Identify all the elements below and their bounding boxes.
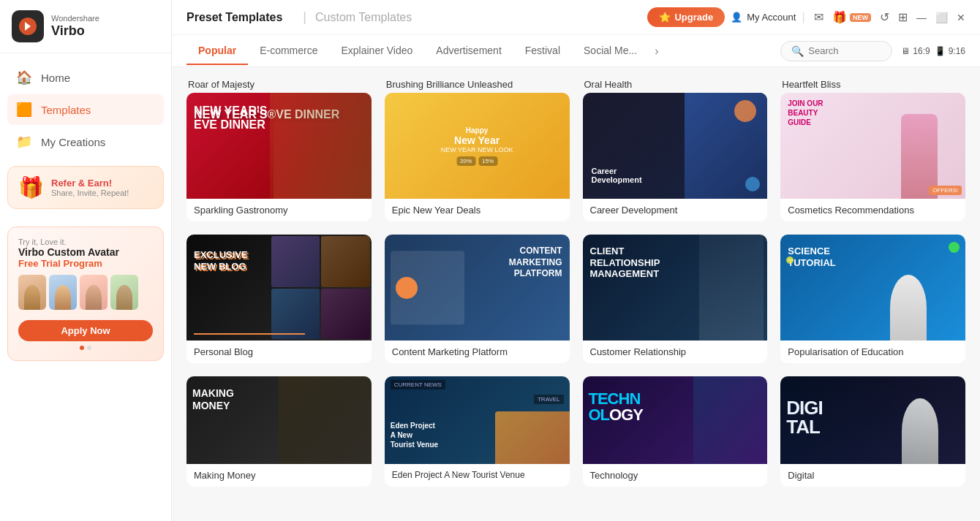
category-tabs-bar: Popular E-commerce Explainer Video Adver… — [172, 35, 980, 67]
my-creations-label: My Creations — [41, 136, 105, 148]
mail-icon[interactable]: ✉ — [814, 10, 823, 24]
logo-text: Wondershare Virbo — [51, 14, 99, 39]
apply-now-button[interactable]: Apply Now — [18, 320, 153, 341]
home-label: Home — [41, 72, 70, 84]
template-label-popular: Popularisation of Education — [780, 341, 965, 363]
template-card-epic[interactable]: Happy New Year NEW YEAR NEW LOOK 20% 15%… — [385, 93, 570, 221]
dot-indicators — [18, 346, 153, 350]
template-card-customer[interactable]: CLIENTRELATIONSHIPMANAGEMENT Customer Re… — [583, 235, 768, 363]
preset-templates-tab[interactable]: Preset Templates — [186, 7, 294, 28]
template-label-customer: Customer Relationship — [583, 341, 768, 363]
template-thumb-sparkling: NEW YEAR'SEVE DINNER — [186, 93, 372, 199]
avatar-thumb-4 — [110, 275, 138, 310]
tab-divider: | — [303, 9, 306, 25]
more-tabs-icon[interactable]: › — [649, 45, 664, 58]
template-thumb-news: CURRENT NEWS TRAVEL Eden ProjectA NewTou… — [385, 376, 570, 464]
search-box: 🔍 — [780, 41, 892, 61]
landscape-icon: 🖥 — [901, 46, 910, 56]
template-card-content[interactable]: CONTENTMARKETINGPLATFORM Content Marketi… — [385, 235, 570, 363]
template-label-digital: Digital — [780, 464, 965, 487]
titlebar: Preset Templates | Custom Templates ⭐ Up… — [172, 0, 980, 35]
try-label: Try it, Love it. — [18, 237, 153, 246]
avatar-title: Virbo Custom Avatar — [18, 246, 153, 258]
tab-ecommerce[interactable]: E-commerce — [248, 37, 329, 65]
above-fold-label-4: Heartfelt Bliss — [780, 79, 965, 90]
template-card-popular[interactable]: SCIENCETUTORIAL Popularisation of Educat… — [780, 235, 965, 363]
tabs-right-controls: 🔍 🖥 16:9 📱 9:16 — [780, 41, 965, 61]
template-label-blog: Personal Blog — [186, 341, 372, 363]
ratio-buttons: 🖥 16:9 📱 9:16 — [901, 46, 965, 56]
template-thumb-blog: EXCLUSIVENEW BLOG — [186, 235, 372, 341]
template-card-news[interactable]: CURRENT NEWS TRAVEL Eden ProjectA NewTou… — [385, 376, 570, 487]
gift-icon[interactable]: 🎁 — [832, 11, 847, 23]
above-fold-labels: Roar of Majesty Brushing Brilliance Unle… — [186, 79, 965, 90]
custom-templates-tab[interactable]: Custom Templates — [315, 7, 423, 28]
templates-grid-row1: NEW YEAR'SEVE DINNER Sparkling Gastronom… — [186, 93, 965, 221]
dot-2 — [87, 346, 91, 350]
account-label: My Account — [747, 12, 796, 23]
tab-explainer[interactable]: Explainer Video — [329, 37, 424, 65]
portrait-ratio-label: 9:16 — [949, 46, 965, 56]
search-icon: 🔍 — [791, 45, 804, 57]
maximize-button[interactable]: ⬜ — [935, 12, 948, 23]
sidebar-item-templates[interactable]: 🟧 Templates — [7, 94, 164, 125]
template-label-making: Making Money — [186, 464, 372, 487]
avatar-thumb-1 — [18, 275, 46, 310]
templates-grid-row3: MAKINGMONEY Making Money CURRENT NEWS TR… — [186, 376, 965, 487]
templates-icon: 🟧 — [16, 102, 32, 118]
grid-icon[interactable]: ⊞ — [898, 10, 908, 24]
landscape-ratio-button[interactable]: 🖥 16:9 — [901, 46, 930, 56]
close-button[interactable]: ✕ — [957, 12, 965, 23]
template-thumb-making: MAKINGMONEY — [186, 376, 372, 464]
above-fold-label-1: Roar of Majesty — [186, 79, 372, 90]
portrait-ratio-button[interactable]: 📱 9:16 — [935, 46, 965, 56]
avatar-thumb-2 — [49, 275, 77, 310]
gift-icon-wrapper: 🎁 NEW — [832, 10, 871, 24]
template-thumb-cosmetics: JOIN OURBEAUTYGUIDE OFFERS! — [780, 93, 965, 199]
upgrade-button[interactable]: ⭐ Upgrade — [647, 7, 725, 27]
template-label-cosmetics: Cosmetics Recommendations — [780, 199, 965, 221]
my-account-button[interactable]: 👤 My Account — [731, 12, 796, 23]
search-input[interactable] — [808, 45, 881, 56]
sidebar: Wondershare Virbo 🏠 Home 🟧 Templates 📁 M… — [0, 0, 172, 521]
template-card-making[interactable]: MAKINGMONEY Making Money — [186, 376, 372, 487]
above-fold-label-3: Oral Health — [583, 79, 768, 90]
template-card-tech[interactable]: TECHNOLOGY Technology — [583, 376, 768, 487]
template-label-sparkling: Sparkling Gastronomy — [186, 199, 372, 221]
tab-festival[interactable]: Festival — [513, 37, 572, 65]
account-icon: 👤 — [731, 12, 742, 23]
brand-name: Wondershare — [51, 14, 99, 23]
refer-earn-promo[interactable]: 🎁 Refer & Earn! Share, Invite, Repeat! — [7, 166, 164, 209]
upgrade-label: Upgrade — [674, 12, 713, 23]
new-badge: NEW — [850, 13, 871, 22]
template-thumb-customer: CLIENTRELATIONSHIPMANAGEMENT — [583, 235, 768, 341]
tab-advertisement[interactable]: Advertisement — [424, 37, 513, 65]
dot-1 — [80, 346, 84, 350]
history-icon[interactable]: ↺ — [880, 10, 889, 24]
template-card-cosmetics[interactable]: JOIN OURBEAUTYGUIDE OFFERS! Cosmetics Re… — [780, 93, 965, 221]
titlebar-icons: | ✉ 🎁 NEW ↺ ⊞ — ⬜ ✕ — [802, 10, 965, 24]
template-thumb-digital: DIGITAL — [780, 376, 965, 464]
refer-text: Refer & Earn! Share, Invite, Repeat! — [51, 178, 129, 197]
avatar-promo: Try it, Love it. Virbo Custom Avatar Fre… — [7, 227, 164, 361]
templates-grid-row2: EXCLUSIVENEW BLOG Personal Blog C — [186, 235, 965, 363]
upgrade-star-icon: ⭐ — [659, 12, 671, 23]
refer-subtitle: Share, Invite, Repeat! — [51, 189, 129, 197]
template-card-digital[interactable]: DIGITAL Digital — [780, 376, 965, 487]
sidebar-item-home[interactable]: 🏠 Home — [7, 62, 164, 93]
minimize-button[interactable]: — — [916, 12, 927, 23]
main-content: Preset Templates | Custom Templates ⭐ Up… — [172, 0, 980, 521]
tab-popular[interactable]: Popular — [186, 37, 248, 65]
template-card-blog[interactable]: EXCLUSIVENEW BLOG Personal Blog — [186, 235, 372, 363]
template-card-sparkling[interactable]: NEW YEAR'SEVE DINNER Sparkling Gastronom… — [186, 93, 372, 221]
tab-social[interactable]: Social Me... — [572, 37, 649, 65]
template-thumb-popular: SCIENCETUTORIAL — [780, 235, 965, 341]
template-label-career: Career Development — [583, 199, 768, 221]
sidebar-item-my-creations[interactable]: 📁 My Creations — [7, 126, 164, 157]
portrait-icon: 📱 — [935, 46, 946, 56]
template-card-career[interactable]: ⋯ CareerDevelopment Career Development — [583, 93, 768, 221]
free-trial-label: Free Trial Program — [18, 258, 153, 269]
above-fold-label-2: Brushing Brilliance Unleashed — [385, 79, 570, 90]
template-thumb-content: CONTENTMARKETINGPLATFORM — [385, 235, 570, 341]
avatar-thumbnails — [18, 275, 153, 310]
